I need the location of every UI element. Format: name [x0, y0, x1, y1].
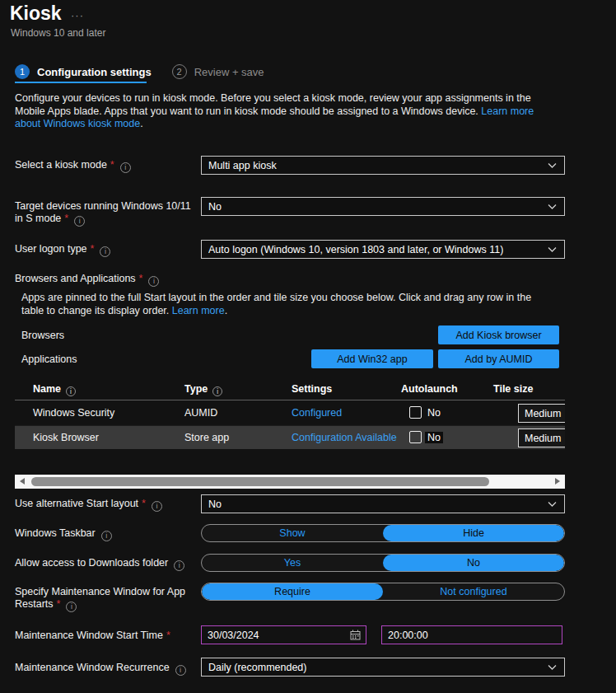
- info-icon[interactable]: i: [148, 276, 159, 287]
- alt-layout-value: No: [208, 499, 222, 510]
- autolaunch-value: No: [425, 432, 443, 443]
- tab-review-save-label: Review + save: [194, 66, 264, 78]
- kiosk-mode-value: Multi app kiosk: [208, 160, 277, 171]
- alt-layout-label: Use alternative Start layout*i: [15, 498, 162, 512]
- app-settings-link[interactable]: Configuration Available: [292, 432, 397, 443]
- tab-configuration-settings[interactable]: 1 Configuration settings: [15, 64, 152, 79]
- maintenance-date-input[interactable]: [202, 630, 350, 641]
- autolaunch-checkbox[interactable]: [409, 431, 422, 443]
- info-icon[interactable]: i: [66, 602, 77, 612]
- s-mode-value: No: [208, 201, 222, 213]
- alt-layout-dropdown[interactable]: No: [201, 494, 565, 513]
- info-icon[interactable]: i: [174, 560, 184, 571]
- required-asterisk: *: [64, 213, 68, 224]
- step-2-badge: 2: [172, 64, 187, 79]
- maintenance-window-label-text: Specify Maintenance Window for App Resta…: [15, 586, 185, 610]
- chevron-down-icon: [548, 502, 557, 507]
- add-win32-app-button[interactable]: Add Win32 app: [311, 349, 433, 368]
- downloads-toggle[interactable]: Yes No: [201, 554, 565, 572]
- add-by-aumid-button[interactable]: Add by AUMID: [438, 349, 559, 368]
- app-name: Windows Security: [33, 407, 114, 419]
- recurrence-value: Daily (recommended): [208, 662, 306, 673]
- app-name: Kiosk Browser: [33, 432, 99, 443]
- autolaunch-value: No: [427, 407, 441, 419]
- more-menu-icon[interactable]: ···: [71, 9, 84, 21]
- info-icon[interactable]: i: [100, 246, 110, 257]
- logon-type-label-text: User logon type: [15, 243, 87, 255]
- column-header-autolaunch: Autolaunch: [401, 383, 458, 395]
- table-row[interactable]: Windows Security AUMID Configured No Med…: [15, 401, 565, 425]
- scroll-right-icon[interactable]: [555, 478, 560, 485]
- kiosk-mode-dropdown[interactable]: Multi app kiosk: [201, 156, 565, 175]
- scrollbar-thumb[interactable]: [31, 477, 489, 486]
- app-settings-link[interactable]: Configured: [292, 407, 342, 419]
- downloads-option-no[interactable]: No: [383, 555, 564, 571]
- info-icon[interactable]: i: [74, 216, 85, 227]
- start-time-label-text: Maintenance Window Start Time: [15, 630, 163, 641]
- required-asterisk: *: [91, 243, 95, 255]
- info-icon[interactable]: i: [212, 386, 222, 396]
- taskbar-option-show[interactable]: Show: [202, 525, 383, 541]
- alt-layout-label-text: Use alternative Start layout: [15, 498, 138, 509]
- info-icon[interactable]: i: [175, 665, 186, 676]
- column-header-type-text: Type: [184, 383, 208, 395]
- s-mode-dropdown[interactable]: No: [201, 197, 565, 216]
- recurrence-label-text: Maintenance Window Recurrence: [15, 662, 170, 673]
- autolaunch-checkbox[interactable]: [409, 406, 422, 419]
- chevron-down-icon: [548, 163, 557, 168]
- recurrence-label: Maintenance Window Recurrencei: [15, 662, 186, 676]
- taskbar-label: Windows Taskbari: [15, 527, 112, 541]
- taskbar-label-text: Windows Taskbar: [15, 527, 96, 539]
- info-icon[interactable]: i: [66, 386, 76, 396]
- active-tab-indicator: [15, 82, 147, 83]
- logon-type-dropdown[interactable]: Auto logon (Windows 10, version 1803 and…: [201, 240, 565, 259]
- column-header-tile-size: Tile size: [493, 383, 533, 395]
- app-type: AUMID: [184, 407, 217, 419]
- app-type: Store app: [184, 432, 229, 443]
- maintenance-option-not-configured[interactable]: Not configured: [383, 583, 564, 600]
- browsers-label: Browsers: [21, 330, 64, 342]
- page-subtitle: Windows 10 and later: [11, 27, 105, 39]
- column-header-type: Typei: [184, 383, 222, 396]
- table-row[interactable]: Kiosk Browser Store app Configuration Av…: [15, 425, 565, 449]
- intro-suffix: .: [140, 118, 142, 129]
- downloads-label-text: Allow access to Downloads folder: [15, 557, 168, 569]
- recurrence-dropdown[interactable]: Daily (recommended): [201, 658, 565, 677]
- maintenance-time-input[interactable]: [381, 625, 562, 644]
- s-mode-label: Target devices running Windows 10/11 in …: [15, 200, 194, 227]
- add-kiosk-browser-button[interactable]: Add Kiosk browser: [438, 325, 559, 344]
- required-asterisk: *: [139, 273, 143, 284]
- page-title: Kiosk: [10, 2, 62, 25]
- taskbar-option-hide[interactable]: Hide: [383, 525, 564, 541]
- column-header-name: Namei: [33, 383, 76, 396]
- taskbar-toggle[interactable]: Show Hide: [201, 524, 565, 542]
- horizontal-scrollbar[interactable]: [15, 475, 565, 489]
- chevron-down-icon: [548, 204, 557, 209]
- downloads-option-yes[interactable]: Yes: [202, 555, 383, 571]
- browsers-apps-label-text: Browsers and Applications: [15, 273, 136, 284]
- step-1-badge: 1: [15, 64, 30, 79]
- maintenance-option-require[interactable]: Require: [202, 583, 383, 600]
- column-header-settings: Settings: [292, 383, 332, 395]
- calendar-icon[interactable]: [350, 630, 361, 640]
- scroll-left-icon[interactable]: [20, 478, 25, 485]
- maintenance-date-field[interactable]: [201, 625, 366, 644]
- kiosk-mode-label-text: Select a kiosk mode: [15, 159, 107, 171]
- start-time-label: Maintenance Window Start Time*: [15, 630, 170, 642]
- applications-table: Namei Typei Settings Autolaunch Tile siz…: [15, 378, 565, 450]
- tile-size-select[interactable]: Medium: [518, 428, 565, 447]
- table-header: Namei Typei Settings Autolaunch Tile siz…: [15, 378, 565, 400]
- info-icon[interactable]: i: [101, 531, 112, 541]
- required-asterisk: *: [166, 630, 170, 641]
- s-mode-label-text: Target devices running Windows 10/11 in …: [15, 200, 191, 224]
- tile-size-select[interactable]: Medium: [518, 404, 565, 423]
- info-icon[interactable]: i: [152, 501, 162, 512]
- apps-pinned-info-suffix: .: [225, 305, 227, 316]
- info-icon[interactable]: i: [120, 162, 131, 173]
- learn-more-apps-link[interactable]: Learn more: [172, 305, 225, 316]
- maintenance-window-label: Specify Maintenance Window for App Resta…: [15, 586, 198, 612]
- tab-review-save[interactable]: 2 Review + save: [172, 64, 264, 79]
- logon-type-value: Auto logon (Windows 10, version 1803 and…: [208, 244, 503, 255]
- kiosk-configuration-page: Kiosk ··· Windows 10 and later 1 Configu…: [0, 0, 616, 693]
- maintenance-window-toggle[interactable]: Require Not configured: [201, 583, 565, 601]
